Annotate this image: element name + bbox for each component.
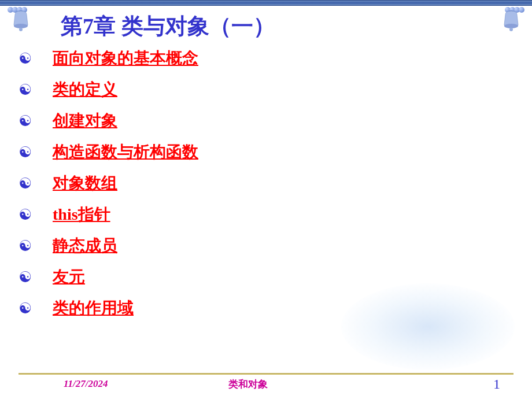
yinyang-icon: ☯ — [19, 112, 32, 130]
topic-link[interactable]: 对象数组 — [53, 172, 117, 194]
yinyang-icon: ☯ — [19, 175, 32, 193]
top-border-bar — [0, 0, 532, 6]
list-item: ☯ 友元 — [19, 266, 198, 288]
topic-list: ☯ 面向对象的基本概念 ☯ 类的定义 ☯ 创建对象 ☯ 构造函数与析构函数 ☯ … — [19, 47, 198, 328]
list-item: ☯ 类的作用域 — [19, 297, 198, 319]
list-item: ☯ 对象数组 — [19, 172, 198, 194]
yinyang-icon: ☯ — [19, 300, 32, 317]
yinyang-icon: ☯ — [19, 206, 32, 224]
list-item: ☯ this指针 — [19, 204, 198, 226]
topic-link[interactable]: 创建对象 — [53, 110, 117, 132]
svg-point-1 — [14, 24, 28, 28]
topic-link[interactable]: this指针 — [53, 204, 110, 226]
footer-divider — [19, 373, 513, 375]
list-item: ☯ 面向对象的基本概念 — [19, 47, 198, 69]
footer-page-number: 1 — [493, 376, 500, 392]
topic-link[interactable]: 类的定义 — [53, 79, 117, 101]
svg-point-5 — [509, 28, 513, 31]
yinyang-icon: ☯ — [19, 81, 32, 99]
yinyang-icon: ☯ — [19, 237, 32, 255]
list-item: ☯ 创建对象 — [19, 110, 198, 132]
footer: 11/27/2024 类和对象 1 — [0, 376, 532, 392]
background-watermark — [341, 283, 515, 370]
footer-title: 类和对象 — [228, 378, 268, 391]
topic-link[interactable]: 友元 — [53, 266, 85, 288]
corner-ornament-right — [497, 0, 532, 40]
bell-icon — [501, 9, 522, 32]
topic-link[interactable]: 面向对象的基本概念 — [53, 47, 198, 69]
svg-point-2 — [19, 28, 23, 31]
yinyang-icon: ☯ — [19, 50, 32, 68]
yinyang-icon: ☯ — [19, 268, 32, 286]
slide-title: 第7章 类与对象（一） — [61, 12, 275, 41]
corner-ornament-left — [0, 0, 35, 40]
svg-point-4 — [504, 24, 518, 28]
list-item: ☯ 类的定义 — [19, 79, 198, 101]
bell-icon — [10, 9, 31, 32]
list-item: ☯ 构造函数与析构函数 — [19, 141, 198, 163]
list-item: ☯ 静态成员 — [19, 235, 198, 257]
topic-link[interactable]: 构造函数与析构函数 — [53, 141, 198, 163]
topic-link[interactable]: 类的作用域 — [53, 297, 134, 319]
topic-link[interactable]: 静态成员 — [53, 235, 117, 257]
footer-date: 11/27/2024 — [64, 378, 108, 390]
yinyang-icon: ☯ — [19, 143, 32, 161]
